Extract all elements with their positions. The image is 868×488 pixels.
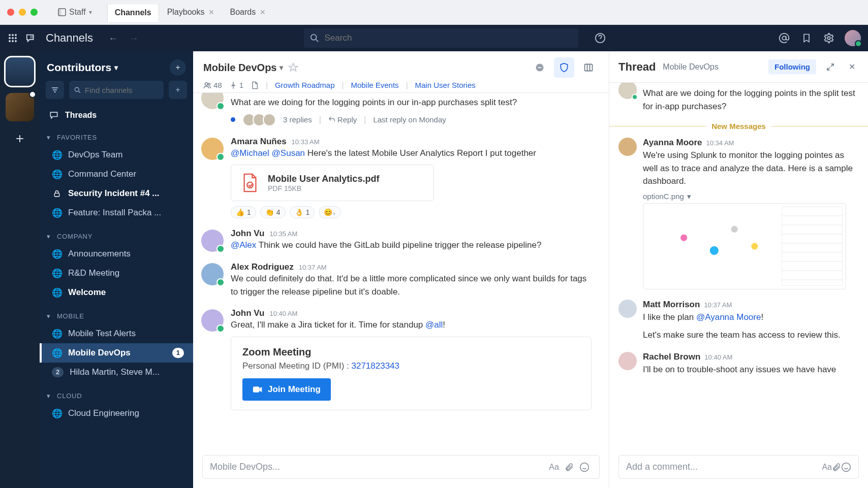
svg-point-4 [15, 34, 17, 36]
team-tile-1[interactable] [6, 57, 34, 86]
pins-count[interactable]: 1 [229, 81, 243, 89]
mention[interactable]: @Ayanna Moore [696, 312, 761, 322]
sidebar-item-security-incident[interactable]: Security Incident #4 ... [40, 184, 193, 203]
attachment-toggle[interactable]: optionC.png ▾ [643, 192, 859, 201]
user-avatar[interactable] [845, 30, 861, 46]
sidebar-item-cloud-engineering[interactable]: 🌐Cloud Engineering [40, 404, 193, 423]
formatting-icon[interactable]: Aa [822, 463, 832, 472]
tab-playbooks[interactable]: Playbooks ✕ [160, 4, 222, 21]
thread-composer[interactable]: Add a comment... Aa [618, 455, 859, 479]
image-attachment[interactable] [643, 203, 846, 289]
close-icon[interactable]: ✕ [260, 8, 266, 16]
avatar[interactable] [201, 263, 224, 285]
avatar[interactable] [618, 300, 637, 318]
attachment-icon[interactable] [832, 462, 841, 472]
chevron-down-icon: ▾ [47, 312, 53, 320]
video-camera-icon [253, 385, 263, 394]
settings-gear-icon[interactable] [822, 31, 835, 45]
sidebar-item-welcome[interactable]: 🌐Welcome [40, 283, 193, 302]
emoji-icon[interactable] [841, 462, 851, 472]
add-channel-button[interactable]: + [169, 81, 187, 99]
minimize-window-icon[interactable] [19, 9, 26, 16]
saved-icon[interactable] [800, 31, 813, 45]
section-header-company[interactable]: ▾ COMPANY [40, 229, 193, 244]
sidebar-item-dm-hilda-steve[interactable]: 2 Hilda Martin, Steve M... [40, 363, 193, 382]
mention[interactable]: @Alex [231, 240, 256, 250]
follow-button[interactable]: Following [768, 59, 816, 74]
avatar[interactable] [618, 138, 637, 156]
header-link-mobile-events[interactable]: Mobile Events [351, 81, 398, 89]
avatar[interactable] [618, 352, 637, 370]
files-icon[interactable] [251, 81, 259, 89]
reply-button[interactable]: Reply [328, 115, 357, 124]
zoom-meeting-id[interactable]: 3271823343 [351, 361, 399, 371]
sidebar-item-devops-team[interactable]: 🌐 DevOps Team [40, 145, 193, 165]
mute-icon[interactable] [530, 57, 550, 78]
boards-icon[interactable] [578, 57, 599, 78]
shield-icon[interactable] [554, 57, 574, 78]
section-header-cloud[interactable]: ▾ CLOUD [40, 388, 193, 404]
join-meeting-button[interactable]: Join Meeting [242, 378, 331, 401]
message-composer[interactable]: Mobile DevOps... Aa [202, 455, 600, 479]
reaction[interactable]: 👍1 [231, 206, 256, 218]
sidebar-item-mobile-test-alerts[interactable]: 🌐Mobile Test Alerts [40, 324, 193, 343]
tab-boards[interactable]: Boards ✕ [223, 4, 273, 21]
mentions-icon[interactable] [778, 31, 791, 45]
header-link-growth-roadmap[interactable]: Growth Roadmap [275, 81, 335, 89]
favorite-star-icon[interactable] [288, 62, 298, 73]
avatar[interactable] [201, 93, 224, 109]
expand-icon[interactable] [823, 60, 838, 74]
close-window-icon[interactable] [7, 9, 14, 16]
sidebar-item-command-center[interactable]: 🌐 Command Center [40, 165, 193, 184]
section-header-mobile[interactable]: ▾ MOBILE [40, 308, 193, 324]
staff-dropdown[interactable]: Staff ▾ [53, 5, 97, 20]
new-post-button[interactable]: + [170, 59, 186, 76]
close-icon[interactable]: ✕ [208, 8, 214, 16]
sidebar-item-threads[interactable]: Threads [40, 104, 193, 126]
channel-title-dropdown[interactable]: Mobile DevOps ▾ [203, 62, 283, 74]
find-channels-input[interactable] [85, 86, 159, 94]
avatar[interactable] [201, 309, 224, 332]
add-team-button[interactable]: + [10, 128, 30, 149]
reaction[interactable]: 👏4 [260, 206, 286, 218]
mention[interactable]: @Michael [231, 148, 269, 158]
globe-icon: 🌐 [52, 329, 62, 339]
reaction[interactable]: 👌1 [290, 206, 315, 218]
search-box[interactable] [304, 28, 578, 48]
team-switcher[interactable]: Contributors ▾ [47, 61, 118, 74]
team-tile-2[interactable] [6, 93, 34, 121]
top-nav: Channels ← → [0, 25, 868, 51]
add-reaction-button[interactable]: 😊₊ [319, 206, 341, 218]
close-icon[interactable]: ✕ [845, 60, 859, 74]
avatar[interactable] [201, 230, 224, 252]
maximize-window-icon[interactable] [30, 9, 38, 16]
sidebar-item-announcements[interactable]: 🌐Announcements [40, 244, 193, 264]
thread-summary[interactable]: 3 replies | Reply | Last reply on Monday [231, 113, 595, 126]
globe-icon: 🌐 [52, 208, 62, 218]
attachment-icon[interactable] [562, 462, 577, 472]
search-input[interactable] [324, 33, 572, 43]
sidebar-item-rnd-meeting[interactable]: 🌐R&D Meeting [40, 264, 193, 283]
emoji-icon[interactable] [577, 462, 592, 472]
header-link-main-user-stories[interactable]: Main User Stories [415, 81, 476, 89]
section-header-favorites[interactable]: ▾ FAVORITES [40, 129, 193, 145]
find-channels[interactable] [69, 81, 164, 99]
tab-channels[interactable]: Channels [107, 4, 159, 21]
members-count[interactable]: 48 [203, 81, 222, 89]
svg-point-9 [12, 40, 14, 42]
sidebar-item-feature-install[interactable]: 🌐 Feature: Install Packa ... [40, 203, 193, 222]
apps-grid-icon[interactable] [7, 32, 18, 44]
mention[interactable]: @all [425, 320, 443, 330]
help-icon[interactable] [595, 32, 606, 44]
pdf-file-icon [240, 172, 260, 193]
sidebar-item-mobile-devops[interactable]: 🌐 Mobile DevOps 1 [40, 343, 193, 363]
avatar[interactable] [201, 138, 224, 160]
filter-button[interactable] [46, 81, 64, 99]
mention[interactable]: @Susan [272, 148, 305, 158]
nav-forward-button[interactable]: → [126, 30, 142, 46]
avatar[interactable] [618, 83, 637, 99]
file-attachment[interactable]: Mobile User Analytics.pdf PDF 15KB [231, 165, 434, 201]
author-name: John Vu [231, 308, 264, 318]
formatting-icon[interactable]: Aa [546, 463, 562, 472]
nav-back-button[interactable]: ← [105, 30, 121, 46]
